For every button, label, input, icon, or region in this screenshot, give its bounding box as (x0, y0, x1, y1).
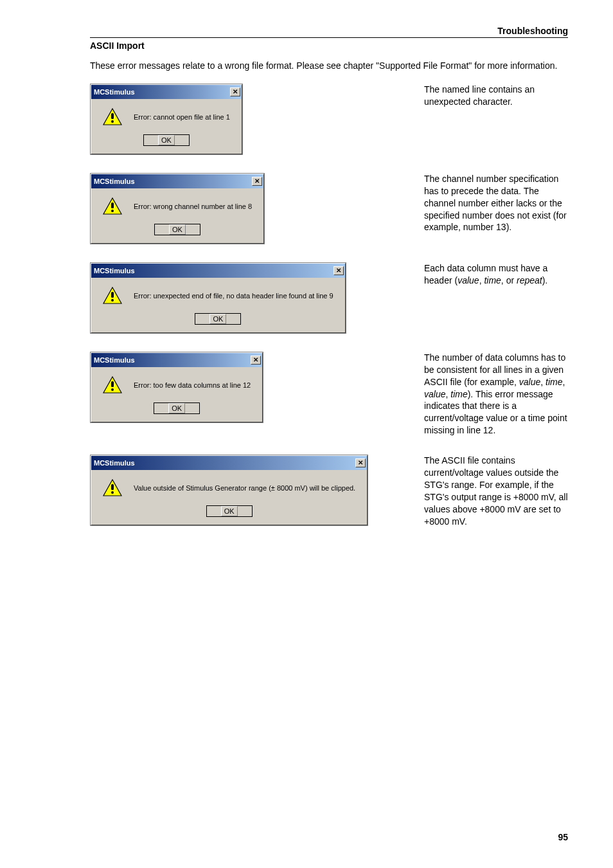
error-description: The number of data columns has to be con… (418, 352, 568, 437)
section-title: ASCII Import (90, 41, 568, 51)
page-number: 95 (558, 832, 568, 842)
dialog-message: Error: too few data columns at line 12 (134, 381, 251, 389)
ok-button[interactable]: OK (143, 134, 190, 146)
dialog-titlebar: MCStimulus ✕ (91, 353, 262, 367)
dialog-message: Error: unexpected end of file, no data h… (134, 292, 333, 300)
svg-rect-10 (111, 381, 114, 387)
dialog-titlebar: MCStimulus ✕ (91, 174, 263, 188)
dialog-title: MCStimulus (94, 88, 135, 96)
svg-rect-7 (111, 292, 114, 298)
warning-icon (103, 197, 122, 215)
error-description: Each data column must have a header (val… (418, 262, 568, 287)
dialog-message: Error: wrong channel number at line 8 (134, 203, 252, 210)
svg-rect-4 (111, 203, 114, 208)
close-icon[interactable]: ✕ (355, 458, 366, 467)
svg-rect-1 (111, 113, 114, 119)
error-dialog: MCStimulus ✕ Error: unexpected end of fi… (90, 262, 346, 334)
error-dialog: MCStimulus ✕ Error: wrong channel number… (90, 173, 265, 244)
intro-paragraph: These error messages relate to a wrong f… (90, 60, 568, 72)
error-dialog: MCStimulus ✕ Error: too few data columns… (90, 352, 263, 423)
error-row: MCStimulus ✕ Error: wrong channel number… (90, 173, 568, 244)
svg-point-14 (111, 491, 114, 494)
dialog-message: Error: cannot open file at line 1 (134, 113, 230, 121)
header-rule (90, 37, 568, 38)
error-description: The named line contains an unexpected ch… (418, 84, 568, 108)
error-description: The channel number specification has to … (418, 173, 568, 233)
close-icon[interactable]: ✕ (252, 177, 262, 186)
error-dialog: MCStimulus ✕ Value outside of Stimulus G… (90, 455, 368, 526)
close-icon[interactable]: ✕ (333, 266, 344, 275)
warning-icon (103, 108, 122, 126)
warning-icon (103, 479, 122, 497)
dialog-title: MCStimulus (94, 356, 135, 364)
error-row: MCStimulus ✕ Error: too few data columns… (90, 352, 568, 437)
ok-button[interactable]: OK (154, 402, 200, 414)
warning-icon (103, 287, 122, 305)
dialog-titlebar: MCStimulus ✕ (91, 264, 345, 278)
dialog-titlebar: MCStimulus ✕ (91, 456, 367, 470)
error-dialog: MCStimulus ✕ Error: cannot open file at … (90, 84, 243, 155)
error-row: MCStimulus ✕ Error: cannot open file at … (90, 84, 568, 155)
ok-button[interactable]: OK (206, 505, 253, 517)
error-row: MCStimulus ✕ Error: unexpected end of fi… (90, 262, 568, 334)
error-description: The ASCII file contains current/voltage … (418, 455, 568, 527)
close-icon[interactable]: ✕ (251, 356, 261, 365)
error-row: MCStimulus ✕ Value outside of Stimulus G… (90, 455, 568, 527)
close-icon[interactable]: ✕ (230, 87, 240, 96)
svg-point-2 (111, 120, 114, 123)
svg-point-11 (111, 388, 114, 391)
svg-rect-13 (111, 484, 114, 490)
dialog-title: MCStimulus (94, 267, 135, 275)
ok-button[interactable]: OK (195, 313, 241, 325)
svg-point-5 (111, 210, 114, 212)
page-header-right: Troubleshooting (90, 26, 568, 36)
dialog-titlebar: MCStimulus ✕ (91, 85, 242, 99)
ok-button[interactable]: OK (154, 224, 200, 235)
dialog-title: MCStimulus (94, 459, 135, 467)
warning-icon (103, 376, 122, 394)
svg-point-8 (111, 299, 114, 302)
dialog-title: MCStimulus (94, 177, 135, 185)
dialog-message: Value outside of Stimulus Generator rang… (134, 484, 355, 492)
